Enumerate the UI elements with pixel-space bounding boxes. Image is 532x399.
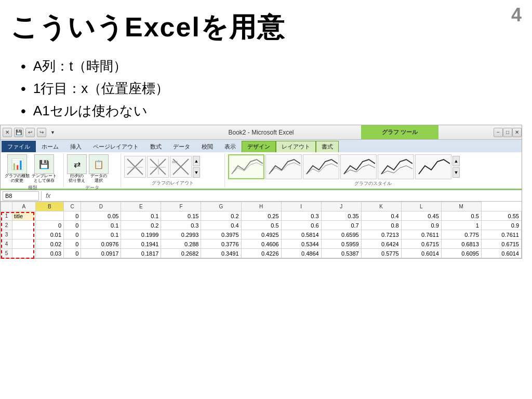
cell-r3-c10[interactable]: 0.7213 <box>361 230 401 240</box>
col-header-e[interactable]: E <box>121 202 161 211</box>
chart-layout-3[interactable]: abc <box>170 156 192 178</box>
cell-r2-c9[interactable]: 0.7 <box>321 221 361 230</box>
cell-r3-c11[interactable]: 0.7611 <box>401 230 441 240</box>
cell-r5-c10[interactable]: 0.5775 <box>361 249 401 258</box>
col-header-f[interactable]: F <box>161 202 201 211</box>
layout-scroll-nav[interactable]: ▲ ▼ <box>193 156 200 178</box>
switch-row-col-btn[interactable]: ⇄ 行/列の切り替え <box>67 154 87 183</box>
col-header-b[interactable]: B <box>35 202 63 211</box>
cell-r5-c9[interactable]: 0.5387 <box>321 249 361 258</box>
cell-r1-c5[interactable]: 0.15 <box>161 211 201 221</box>
cell-r5-c7[interactable]: 0.4226 <box>241 249 281 258</box>
col-header-m[interactable]: M <box>441 202 481 211</box>
chart-layout-1[interactable] <box>124 156 146 178</box>
chart-layout-2[interactable] <box>147 156 169 178</box>
cell-r2-c7[interactable]: 0.5 <box>241 221 281 230</box>
cell-r2-c4[interactable]: 0.2 <box>121 221 161 230</box>
cell-r1-c3[interactable]: 0.05 <box>81 211 121 221</box>
cell-r1-c9[interactable]: 0.35 <box>321 211 361 221</box>
cell-r3-c4[interactable]: 0.1999 <box>121 230 161 240</box>
chart-style-4[interactable] <box>340 154 377 179</box>
cell-r4-c6[interactable]: 0.3776 <box>201 240 241 249</box>
col-header-d[interactable]: D <box>81 202 121 211</box>
cell-r3-c8[interactable]: 0.5814 <box>281 230 321 240</box>
cell-r4-c2[interactable]: 0 <box>64 240 81 249</box>
cell-r5-c2[interactable]: 0 <box>64 249 81 258</box>
cell-r3-c3[interactable]: 0.1 <box>81 230 121 240</box>
cell-r1-c13[interactable]: 0.55 <box>481 211 521 221</box>
undo-btn[interactable]: ↩ <box>25 128 35 137</box>
maximize-btn[interactable]: □ <box>503 128 512 137</box>
cell-r1-c11[interactable]: 0.45 <box>401 211 441 221</box>
cell-r4-c8[interactable]: 0.5344 <box>281 240 321 249</box>
cell-r2-c1[interactable]: 0 <box>35 221 63 230</box>
cell-r1-c8[interactable]: 0.3 <box>281 211 321 221</box>
cell-r4-c12[interactable]: 0.6813 <box>441 240 481 249</box>
cell-r5-c5[interactable]: 0.2682 <box>161 249 201 258</box>
col-header-g[interactable]: G <box>201 202 241 211</box>
col-header-c[interactable]: C <box>64 202 81 211</box>
tab-review[interactable]: 校閲 <box>196 141 219 152</box>
tab-home[interactable]: ホーム <box>36 141 64 152</box>
cell-r4-c7[interactable]: 0.4606 <box>241 240 281 249</box>
cell-r5-c8[interactable]: 0.4864 <box>281 249 321 258</box>
tab-file[interactable]: ファイル <box>2 141 36 152</box>
cell-r3-c5[interactable]: 0.2993 <box>161 230 201 240</box>
chart-style-5[interactable] <box>378 154 414 179</box>
cell-r4-c3[interactable]: 0.0976 <box>81 240 121 249</box>
cell-r5-c3[interactable]: 0.0917 <box>81 249 121 258</box>
cell-r2-c0[interactable] <box>12 221 36 230</box>
col-header-j[interactable]: J <box>321 202 361 211</box>
col-header-a[interactable]: A <box>12 202 36 211</box>
select-data-btn[interactable]: 📋 データの選択 <box>89 154 109 183</box>
tab-formula[interactable]: 数式 <box>144 141 167 152</box>
tab-insert[interactable]: 挿入 <box>64 141 87 152</box>
cell-r4-c10[interactable]: 0.6424 <box>361 240 401 249</box>
cell-r3-c7[interactable]: 0.4925 <box>241 230 281 240</box>
cell-r4-c11[interactable]: 0.6715 <box>401 240 441 249</box>
cell-r1-c7[interactable]: 0.25 <box>241 211 281 221</box>
chart-style-6[interactable] <box>415 154 451 179</box>
minimize-btn[interactable]: − <box>494 128 503 137</box>
tab-view[interactable]: 表示 <box>219 141 242 152</box>
col-header-k[interactable]: K <box>361 202 401 211</box>
cell-r2-c10[interactable]: 0.8 <box>361 221 401 230</box>
cell-r4-c0[interactable] <box>12 240 36 249</box>
tab-format[interactable]: 書式 <box>316 141 339 152</box>
style-scroll-nav[interactable]: ▲ ▼ <box>453 156 460 178</box>
cell-r2-c3[interactable]: 0.1 <box>81 221 121 230</box>
col-header-l[interactable]: L <box>401 202 441 211</box>
cell-r1-c1[interactable] <box>35 211 63 221</box>
cell-r4-c13[interactable]: 0.6715 <box>481 240 521 249</box>
tab-data[interactable]: データ <box>167 141 196 152</box>
cell-r4-c9[interactable]: 0.5959 <box>321 240 361 249</box>
tab-design[interactable]: デザイン <box>242 141 276 152</box>
cell-r3-c13[interactable]: 0.7611 <box>481 230 521 240</box>
cell-r5-c0[interactable] <box>12 249 36 258</box>
tab-layout[interactable]: レイアウト <box>276 141 316 152</box>
spreadsheet[interactable]: A B C D E F G H I J K L M <box>1 202 522 258</box>
cell-r1-c0[interactable]: title <box>12 211 36 221</box>
cell-r2-c6[interactable]: 0.4 <box>201 221 241 230</box>
cell-r5-c1[interactable]: 0.03 <box>35 249 63 258</box>
cell-r3-c2[interactable]: 0 <box>64 230 81 240</box>
redo-btn[interactable]: ↪ <box>37 128 46 137</box>
cell-r1-c10[interactable]: 0.4 <box>361 211 401 221</box>
cell-r4-c1[interactable]: 0.02 <box>35 240 63 249</box>
cell-r5-c4[interactable]: 0.1817 <box>121 249 161 258</box>
cell-r3-c0[interactable] <box>12 230 36 240</box>
save-btn[interactable]: 💾 <box>14 128 23 137</box>
cell-r5-c13[interactable]: 0.6014 <box>481 249 521 258</box>
cell-r3-c9[interactable]: 0.6595 <box>321 230 361 240</box>
cell-r2-c11[interactable]: 0.9 <box>401 221 441 230</box>
col-header-i[interactable]: I <box>281 202 321 211</box>
cell-r3-c6[interactable]: 0.3975 <box>201 230 241 240</box>
cell-r3-c1[interactable]: 0.01 <box>35 230 63 240</box>
chart-style-1[interactable] <box>228 154 264 179</box>
col-header-h[interactable]: H <box>241 202 281 211</box>
cell-r1-c12[interactable]: 0.5 <box>441 211 481 221</box>
cell-r2-c2[interactable]: 0 <box>64 221 81 230</box>
cell-r1-c2[interactable]: 0 <box>64 211 81 221</box>
cell-r4-c4[interactable]: 0.1941 <box>121 240 161 249</box>
cell-r2-c8[interactable]: 0.6 <box>281 221 321 230</box>
